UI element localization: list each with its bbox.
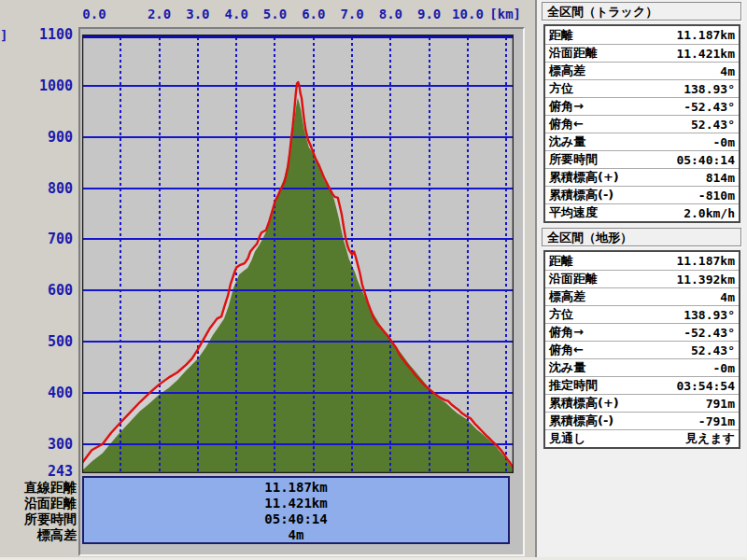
stat-row-label: 距離 — [545, 27, 573, 44]
stat-row-value: 見えます — [685, 430, 739, 447]
summary-value: 4m — [84, 527, 508, 543]
y-axis-tick-label: 700 — [32, 231, 73, 246]
stat-row: 沿面距離11.421km — [545, 44, 739, 62]
stat-row-label: 沈み量 — [545, 359, 585, 376]
stat-row-value: -810m — [698, 189, 739, 203]
stat-row: 見通し見えます — [545, 429, 739, 447]
stat-row-value: 4m — [720, 290, 739, 304]
stat-row: 距離11.187km — [545, 26, 739, 44]
stat-row-label: 推定時間 — [545, 377, 598, 394]
stat-row-value: -52.43° — [684, 100, 739, 114]
stat-row-label: 方位 — [545, 306, 573, 323]
y-axis-min-label: 243 — [32, 464, 73, 479]
stat-row-label: 俯角→ — [545, 324, 584, 341]
section-header: 全区間（地形） — [542, 228, 741, 246]
elevation-chart-svg[interactable] — [82, 35, 514, 473]
y-axis-tick-label: 300 — [32, 437, 73, 452]
stat-row-value: 11.187km — [676, 28, 739, 42]
stat-row-label: 俯角← — [545, 116, 584, 133]
stat-row: 累積標高(+)814m — [545, 168, 739, 186]
y-axis-tick-label: 1000 — [32, 78, 73, 93]
x-axis-unit-label: [km] — [478, 7, 521, 21]
stat-row: 沈み量-0m — [545, 358, 739, 376]
stat-row-value: 138.93° — [684, 308, 739, 322]
stat-row-label: 平均速度 — [545, 204, 598, 221]
y-axis-tick-label: 800 — [32, 181, 73, 196]
stat-row: 距離11.187km — [545, 252, 739, 270]
stat-row-value: 11.187km — [676, 254, 739, 268]
stat-row-value: 791m — [706, 397, 739, 411]
x-axis-tick-label: 2.0 — [139, 7, 180, 21]
stat-row-label: 沿面距離 — [545, 45, 598, 62]
stat-row-label: 累積標高(+) — [545, 395, 619, 412]
stat-row-label: 累積標高(-) — [545, 187, 613, 203]
stat-row: 俯角←52.43° — [545, 115, 739, 133]
stat-row-value: 05:40:14 — [676, 153, 739, 167]
stat-row-label: 沈み量 — [545, 133, 585, 150]
stat-row: 累積標高(-)-810m — [545, 186, 739, 203]
stat-row-label: 俯角← — [545, 342, 584, 358]
y-axis-tick-label: 500 — [32, 334, 73, 349]
stat-row-value: -791m — [698, 414, 739, 428]
stat-row: 所要時間05:40:14 — [545, 150, 739, 168]
y-axis-unit-clipped: ] — [0, 28, 7, 43]
stat-row-label: 標高差 — [545, 288, 585, 305]
stat-row: 累積標高(+)791m — [545, 394, 739, 412]
stat-row-label: 累積標高(+) — [545, 169, 619, 186]
section-header: 全区間（トラック） — [542, 2, 741, 21]
stat-row-value: 03:54:54 — [676, 379, 739, 393]
stat-row-value: 4m — [720, 64, 739, 78]
stat-row: 累積標高(-)-791m — [545, 412, 739, 429]
stat-row-label: 累積標高(-) — [545, 413, 613, 429]
stat-row-label: 俯角→ — [545, 98, 584, 115]
stat-row: 方位138.93° — [545, 79, 739, 97]
x-axis-tick-label: 4.0 — [216, 7, 257, 21]
summary-value: 11.421km — [84, 496, 508, 511]
x-axis-tick-label: 6.0 — [293, 7, 334, 21]
x-axis-tick-label: 3.0 — [177, 7, 218, 21]
elevation-chart[interactable] — [82, 35, 514, 473]
y-axis-tick-label: 600 — [32, 283, 73, 298]
summary-label: 直線距離 — [0, 480, 78, 496]
stat-table: 距離11.187km沿面距離11.421km標高差4m方位138.93°俯角→-… — [543, 24, 740, 223]
stat-row-label: 所要時間 — [545, 151, 598, 168]
summary-label: 所要時間 — [0, 511, 78, 527]
stat-row-value: 2.0km/h — [684, 206, 739, 220]
stat-row: 沿面距離11.392km — [545, 270, 739, 287]
stat-row-value: 138.93° — [684, 82, 739, 96]
stat-row: 平均速度2.0km/h — [545, 203, 739, 221]
stat-row-value: 52.43° — [691, 343, 739, 357]
summary-value: 11.187km — [84, 480, 508, 496]
y-axis-tick-label: 1100 — [32, 27, 73, 42]
stat-row-label: 方位 — [545, 80, 573, 97]
summary-value: 05:40:14 — [84, 511, 508, 527]
stat-row: 推定時間03:54:54 — [545, 376, 739, 394]
stat-row-label: 距離 — [545, 253, 573, 270]
summary-info-box: 11.187km11.421km05:40:144m — [82, 476, 510, 544]
stat-row: 俯角→-52.43° — [545, 323, 739, 341]
stat-row: 俯角→-52.43° — [545, 97, 739, 115]
stat-row-value: 52.43° — [691, 118, 739, 132]
stat-row-value: 11.421km — [676, 47, 739, 61]
stat-row: 沈み量-0m — [545, 133, 739, 150]
summary-label: 標高差 — [0, 527, 78, 543]
stat-row-value: 11.392km — [676, 273, 739, 287]
summary-labels: 直線距離沿面距離所要時間標高差 — [0, 480, 78, 543]
y-axis-tick-label: 900 — [32, 130, 73, 145]
stat-row-label: 沿面距離 — [545, 271, 598, 287]
stat-row-value: -0m — [713, 361, 739, 375]
stat-table: 距離11.187km沿面距離11.392km標高差4m方位138.93°俯角→-… — [543, 250, 740, 449]
stat-row: 標高差4m — [545, 62, 739, 79]
stat-row-value: 814m — [706, 171, 739, 185]
stat-row-value: -0m — [713, 135, 739, 149]
stat-row-label: 見通し — [545, 430, 585, 447]
x-axis-tick-label: 5.0 — [254, 7, 295, 21]
y-axis-tick-label: 400 — [32, 385, 73, 400]
summary-label: 沿面距離 — [0, 496, 78, 511]
stat-row: 方位138.93° — [545, 305, 739, 323]
x-axis-tick-label: 8.0 — [370, 7, 411, 21]
x-axis-tick-label: 0.0 — [74, 7, 115, 21]
stat-row: 標高差4m — [545, 287, 739, 305]
stat-row-value: -52.43° — [684, 326, 739, 340]
stat-row: 俯角←52.43° — [545, 341, 739, 358]
